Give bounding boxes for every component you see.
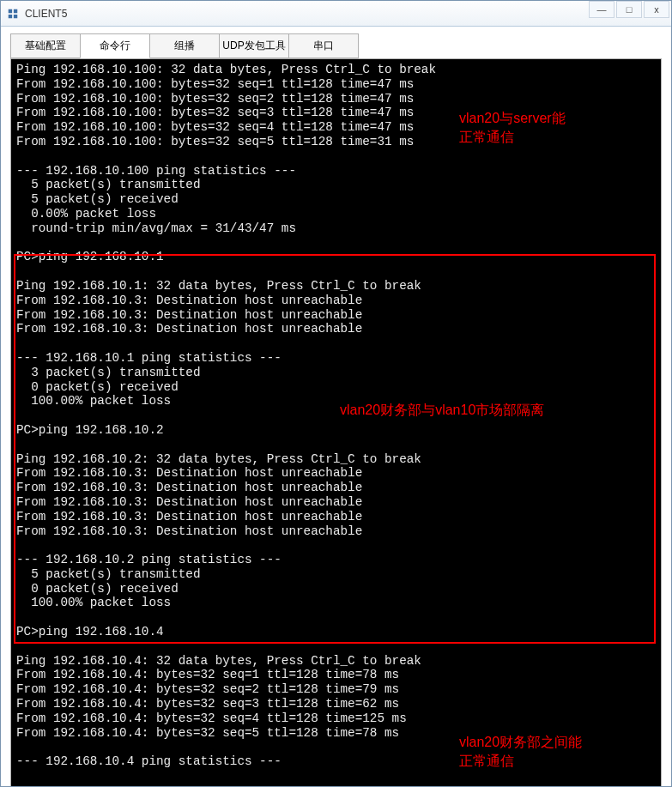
window-title: CLIENT5	[25, 8, 67, 20]
maximize-button[interactable]: □	[616, 1, 642, 18]
tab-basic-config[interactable]: 基础配置	[10, 33, 81, 58]
app-icon	[6, 7, 20, 21]
tab-multicast[interactable]: 组播	[149, 33, 220, 58]
close-button[interactable]: x	[644, 1, 669, 18]
titlebar: CLIENT5 — □ x	[1, 1, 671, 27]
tab-serial[interactable]: 串口	[288, 33, 359, 58]
tab-bar: 基础配置 命令行 组播 UDP发包工具 串口	[1, 27, 671, 58]
terminal-output[interactable]: Ping 192.168.10.100: 32 data bytes, Pres…	[11, 59, 661, 787]
tab-command-line[interactable]: 命令行	[80, 33, 150, 58]
window-controls: — □ x	[587, 1, 669, 18]
tab-udp-tool[interactable]: UDP发包工具	[219, 33, 289, 58]
terminal-container: Ping 192.168.10.100: 32 data bytes, Pres…	[10, 58, 662, 787]
minimize-button[interactable]: —	[589, 1, 614, 18]
